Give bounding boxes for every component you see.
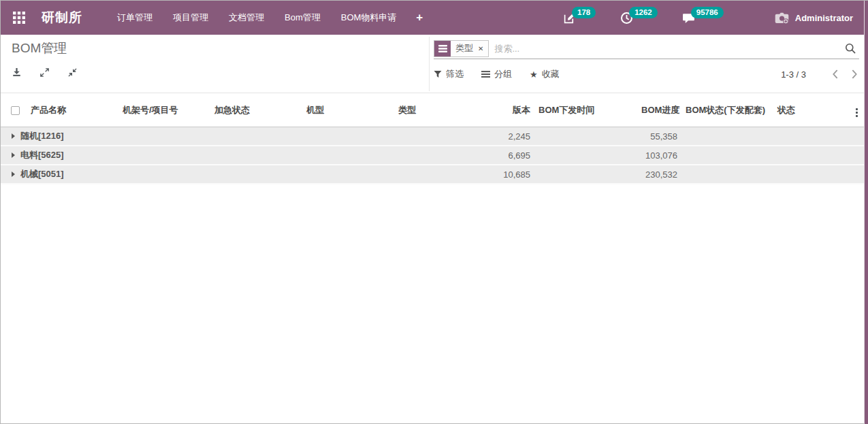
group-row[interactable]: 随机[1216] 2,245 55,358 [1,127,865,146]
col-machine-model[interactable]: 机型 [304,93,396,127]
group-header-cell[interactable]: 机械[5051] [1,165,491,184]
facet-remove-icon[interactable]: ✕ [478,45,488,52]
apps-grid-icon [13,12,25,24]
apps-menu-button[interactable] [10,9,28,27]
nav-item-bom-management[interactable]: Bom管理 [274,1,331,35]
group-progress-total: 55,358 [639,127,683,146]
group-row[interactable]: 机械[5051] 10,685 230,532 [1,165,865,184]
pager-previous-button[interactable] [831,69,840,80]
facet-label: 类型 [451,42,478,54]
groupby-facet-icon [434,41,451,56]
col-bom-release-time[interactable]: BOM下发时间 [536,93,639,127]
export-download-button[interactable] [12,67,22,78]
search-facet-type: 类型 ✕ [434,40,489,57]
nav-item-order-management[interactable]: 订单管理 [107,1,163,35]
search-submit-button[interactable] [845,43,856,57]
nav-item-project-management[interactable]: 项目管理 [163,1,219,35]
top-nav-bar: 研制所 订单管理 项目管理 文档管理 Bom管理 BOM物料申请 + 178 [1,1,868,35]
search-icon [845,43,856,54]
pager: 1-3 / 3 [781,69,859,80]
nav-item-bom-material-request[interactable]: BOM物料申请 [331,1,407,35]
pager-range: 1-3 / 3 [781,69,806,80]
activities-button[interactable]: 1262 [620,12,662,25]
col-rack-project-no[interactable]: 机架号/项目号 [120,93,212,127]
group-row[interactable]: 电料[5625] 6,695 103,076 [1,146,865,165]
col-status[interactable]: 状态 [775,93,848,127]
group-header-cell[interactable]: 电料[5625] [1,146,491,165]
user-menu[interactable]: Administrator [774,11,853,25]
expand-all-button[interactable] [39,67,50,78]
caret-right-icon [12,133,15,139]
caret-right-icon [12,152,15,158]
groupby-button[interactable]: 分组 [481,68,512,80]
optional-columns-button[interactable] [848,93,865,127]
chevron-left-icon [831,69,840,80]
col-product-name[interactable]: 产品名称 [28,93,120,127]
nav-item-document-management[interactable]: 文档管理 [219,1,274,35]
vertical-dots-icon [856,108,858,118]
group-version-total: 2,245 [491,127,536,146]
groupby-lines-icon [481,70,490,78]
caret-right-icon [12,172,15,177]
app-window: 研制所 订单管理 项目管理 文档管理 Bom管理 BOM物料申请 + 178 [0,0,868,424]
select-all-checkbox[interactable] [11,106,20,115]
filter-funnel-icon [434,70,442,78]
collapse-icon [67,67,78,78]
group-progress-total: 230,532 [639,165,683,184]
edit-requests-button[interactable]: 178 [563,12,600,25]
search-input[interactable] [494,44,859,54]
star-icon: ★ [530,69,538,80]
main-menu: 订单管理 项目管理 文档管理 Bom管理 BOM物料申请 + [107,1,432,35]
filters-button[interactable]: 筛选 [434,68,464,80]
download-icon [12,67,22,78]
group-version-total: 6,695 [491,146,536,165]
chevron-right-icon [850,69,859,80]
table-header-row: 产品名称 机架号/项目号 加急状态 机型 类型 版本 BOM下发时间 BOM进度… [1,93,865,127]
avatar-camera-icon [774,11,790,25]
col-urgent-status[interactable]: 加急状态 [212,93,304,127]
page-title: BOM管理 [12,39,95,57]
expand-icon [39,67,50,78]
edit-count-badge: 178 [572,7,596,18]
search-options-row: 筛选 分组 ★ 收藏 1- [434,68,859,80]
col-version[interactable]: 版本 [491,93,536,127]
top-right-systray: 178 1262 95786 [563,11,868,25]
group-header-cell[interactable]: 随机[1216] [1,127,491,146]
activity-count-badge: 1262 [629,7,658,18]
group-progress-total: 103,076 [639,146,683,165]
col-type[interactable]: 类型 [396,93,491,127]
control-panel: BOM管理 [1,35,868,93]
pager-next-button[interactable] [850,69,859,80]
favorites-button[interactable]: ★ 收藏 [530,68,560,80]
app-title: 研制所 [42,9,82,27]
messages-button[interactable]: 95786 [682,12,728,25]
nav-add-button[interactable]: + [406,11,432,25]
user-name: Administrator [795,13,853,23]
col-bom-status[interactable]: BOM状态(下发配套) [683,93,775,127]
bom-list-table: 产品名称 机架号/项目号 加急状态 机型 类型 版本 BOM下发时间 BOM进度… [1,93,865,184]
message-count-badge: 95786 [691,7,724,18]
right-scroll-strip[interactable] [864,1,868,424]
col-bom-progress[interactable]: BOM进度 [639,93,683,127]
search-bar: 类型 ✕ [434,38,859,59]
collapse-all-button[interactable] [67,67,78,78]
group-version-total: 10,685 [491,165,536,184]
